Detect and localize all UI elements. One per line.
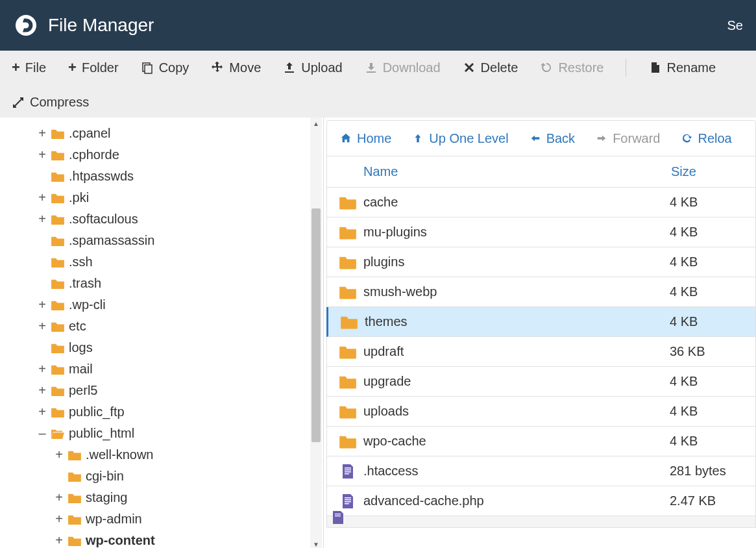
download-button[interactable]: Download xyxy=(365,58,441,77)
delete-icon xyxy=(463,61,476,74)
file-row[interactable]: advanced-cache.php2.47 KB xyxy=(326,486,756,516)
file-row[interactable]: uploads4 KB xyxy=(326,397,756,427)
tree-item[interactable]: .trash xyxy=(0,273,323,294)
tree-item[interactable]: +staging xyxy=(0,487,323,508)
delete-button[interactable]: Delete xyxy=(463,58,518,77)
file-row[interactable]: smush-webp4 KB xyxy=(326,277,756,307)
tree-item[interactable]: –public_html xyxy=(0,423,323,444)
file-name: mu-plugins xyxy=(363,225,670,240)
reload-button[interactable]: Reloa xyxy=(681,131,731,146)
file-icon xyxy=(327,493,363,509)
copy-icon xyxy=(141,61,154,74)
file-size: 281 bytes xyxy=(670,464,755,479)
scroll-down-icon[interactable]: ▼ xyxy=(310,538,322,548)
expand-toggle[interactable]: + xyxy=(36,297,48,312)
file-row[interactable]: .htaccess281 bytes xyxy=(326,456,756,486)
folder-icon xyxy=(51,192,65,204)
tree-item[interactable]: logs xyxy=(0,337,323,358)
file-label: File xyxy=(25,60,46,75)
folder-icon xyxy=(51,278,65,290)
tree-item[interactable]: +wp-content xyxy=(0,530,323,548)
horizontal-scrollbar[interactable] xyxy=(326,516,756,528)
svg-rect-1 xyxy=(145,65,152,73)
file-row[interactable]: wpo-cache4 KB xyxy=(326,427,756,456)
file-row[interactable]: upgrade4 KB xyxy=(326,367,756,397)
forward-button[interactable]: Forward xyxy=(596,131,660,146)
column-size[interactable]: Size xyxy=(671,164,755,179)
column-name[interactable]: Name xyxy=(363,164,671,179)
restore-button[interactable]: Restore xyxy=(540,58,604,77)
tree-item[interactable]: .ssh xyxy=(0,251,323,273)
tree-item-label: mail xyxy=(69,362,93,377)
up-button[interactable]: Up One Level xyxy=(412,131,508,146)
tree-item[interactable]: +.softaculous xyxy=(0,208,323,230)
move-icon xyxy=(211,61,224,74)
divider xyxy=(626,58,626,77)
file-size: 4 KB xyxy=(670,404,755,419)
header-right-text[interactable]: Se xyxy=(727,18,743,33)
file-row[interactable]: cache4 KB xyxy=(326,188,756,218)
upload-button[interactable]: Upload xyxy=(283,58,342,77)
file-button[interactable]: + File xyxy=(12,58,46,77)
tree-item[interactable]: +.pki xyxy=(0,187,323,208)
expand-toggle[interactable]: – xyxy=(36,426,48,441)
file-size: 4 KB xyxy=(670,225,755,240)
svg-rect-3 xyxy=(335,516,341,516)
tree-item[interactable]: +wp-admin xyxy=(0,508,323,530)
tree-item[interactable]: +public_ftp xyxy=(0,401,323,423)
expand-toggle[interactable]: + xyxy=(36,126,48,141)
expand-toggle[interactable]: + xyxy=(53,447,65,462)
folder-icon xyxy=(67,449,82,461)
file-name: advanced-cache.php xyxy=(363,493,670,508)
partial-file-icon xyxy=(331,511,345,527)
copy-button[interactable]: Copy xyxy=(141,58,189,77)
move-button[interactable]: Move xyxy=(211,58,261,77)
expand-toggle[interactable]: + xyxy=(36,319,48,334)
file-row[interactable]: themes4 KB xyxy=(326,307,756,337)
home-icon xyxy=(340,132,352,144)
tree-item[interactable]: +.well-known xyxy=(0,444,323,466)
back-button[interactable]: Back xyxy=(530,131,575,146)
file-size: 4 KB xyxy=(670,284,755,299)
scroll-up-icon[interactable]: ▲ xyxy=(310,118,322,129)
folder-icon xyxy=(51,364,65,375)
tree-item[interactable]: +.cphorde xyxy=(0,144,323,166)
file-name: smush-webp xyxy=(363,284,670,299)
main: +.cpanel+.cphorde.htpasswds+.pki+.softac… xyxy=(0,118,756,548)
expand-toggle[interactable]: + xyxy=(53,490,65,505)
expand-toggle[interactable]: + xyxy=(53,512,65,527)
tree-item[interactable]: +perl5 xyxy=(0,380,323,401)
expand-toggle[interactable]: + xyxy=(36,405,48,419)
rename-button[interactable]: Rename xyxy=(648,58,716,77)
file-size: 4 KB xyxy=(670,434,755,449)
folder-icon xyxy=(51,256,65,268)
expand-toggle[interactable]: + xyxy=(36,190,48,205)
tree-item[interactable]: cgi-bin xyxy=(0,466,323,487)
rename-icon xyxy=(648,61,661,74)
tree-item[interactable]: +.wp-cli xyxy=(0,294,323,316)
file-size: 2.47 KB xyxy=(670,493,755,508)
tree-item-label: wp-admin xyxy=(86,512,142,527)
compress-button[interactable]: Compress xyxy=(12,95,744,110)
expand-toggle[interactable]: + xyxy=(36,362,48,377)
tree-item[interactable]: +etc xyxy=(0,316,323,337)
tree-scrollbar[interactable]: ▲ ▼ xyxy=(310,118,322,548)
folder-icon xyxy=(51,342,65,354)
folder-button[interactable]: + Folder xyxy=(68,58,119,77)
back-label: Back xyxy=(546,131,575,146)
tree-item-label: .softaculous xyxy=(69,212,138,227)
tree-item[interactable]: +.cpanel xyxy=(0,123,323,144)
tree-item[interactable]: .htpasswds xyxy=(0,166,323,187)
file-name: plugins xyxy=(363,255,670,269)
scroll-thumb[interactable] xyxy=(311,208,321,442)
expand-toggle[interactable]: + xyxy=(53,533,65,548)
file-row[interactable]: mu-plugins4 KB xyxy=(326,218,756,247)
expand-toggle[interactable]: + xyxy=(36,383,48,398)
file-row[interactable]: updraft36 KB xyxy=(326,337,756,367)
expand-toggle[interactable]: + xyxy=(36,212,48,227)
home-button[interactable]: Home xyxy=(340,131,391,146)
tree-item[interactable]: .spamassassin xyxy=(0,230,323,251)
tree-item[interactable]: +mail xyxy=(0,358,323,380)
expand-toggle[interactable]: + xyxy=(36,147,48,162)
file-row[interactable]: plugins4 KB xyxy=(326,247,756,277)
